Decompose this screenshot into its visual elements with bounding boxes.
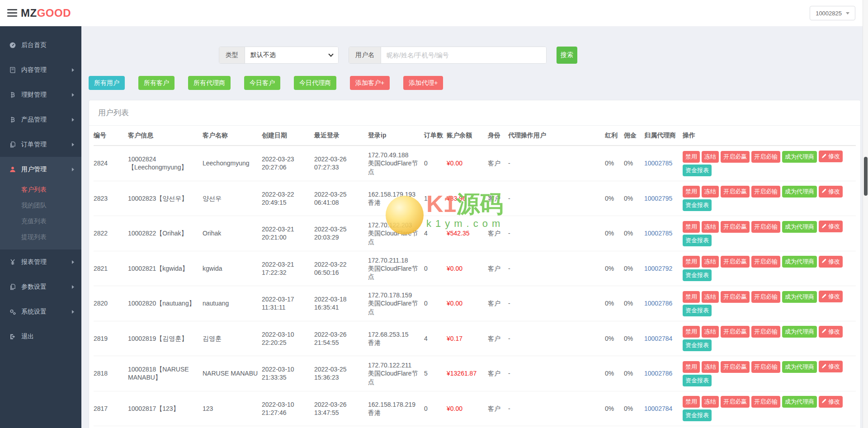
agent-id-link[interactable]: 10002795 bbox=[644, 195, 672, 202]
fund-report-button[interactable]: 资金报表 bbox=[683, 199, 712, 211]
username-input[interactable] bbox=[381, 47, 546, 63]
force-win-button[interactable]: 开启必赢 bbox=[721, 151, 750, 163]
disable-button[interactable]: 禁用 bbox=[683, 326, 700, 338]
sidebar-item-product[interactable]: 产品管理 bbox=[0, 107, 81, 132]
freeze-button[interactable]: 冻结 bbox=[702, 186, 719, 198]
make-agent-button[interactable]: 成为代理商 bbox=[782, 361, 817, 373]
edit-button[interactable]: 修改 bbox=[819, 291, 843, 302]
sidebar-item-dashboard[interactable]: 后台首页 bbox=[0, 33, 81, 57]
fund-report-button[interactable]: 资金报表 bbox=[683, 305, 712, 316]
cell-commission: 0% bbox=[624, 321, 644, 356]
force-win-button[interactable]: 开启必赢 bbox=[721, 186, 750, 198]
disable-button[interactable]: 禁用 bbox=[683, 151, 700, 163]
edit-button[interactable]: 修改 bbox=[819, 151, 843, 162]
agent-id-link[interactable]: 10002784 bbox=[644, 335, 672, 342]
all-users-button[interactable]: 所有用户 bbox=[89, 76, 125, 90]
sidebar-subitem-withdraw-list[interactable]: 提现列表 bbox=[0, 229, 81, 245]
force-lose-button[interactable]: 开启必输 bbox=[751, 361, 780, 373]
fund-report-button[interactable]: 资金报表 bbox=[683, 235, 712, 246]
sidebar-item-system[interactable]: 系统设置 bbox=[0, 299, 81, 324]
cell-actions: 禁用冻结开启必赢开启必输成为代理商修改资金报表 bbox=[683, 216, 856, 251]
freeze-button[interactable]: 冻结 bbox=[702, 326, 719, 338]
make-agent-button[interactable]: 成为代理商 bbox=[782, 256, 817, 268]
edit-button[interactable]: 修改 bbox=[819, 326, 843, 338]
sidebar-item-finance[interactable]: 理财管理 bbox=[0, 82, 81, 107]
force-win-button[interactable]: 开启必赢 bbox=[721, 256, 750, 268]
search-button[interactable]: 搜索 bbox=[557, 47, 577, 64]
edit-button[interactable]: 修改 bbox=[819, 221, 843, 232]
chevron-right-icon bbox=[72, 68, 74, 72]
force-win-button[interactable]: 开启必赢 bbox=[721, 326, 750, 338]
account-dropdown[interactable]: 10002825 bbox=[810, 6, 855, 20]
force-lose-button[interactable]: 开启必输 bbox=[751, 221, 780, 233]
type-select[interactable]: 默认不选 bbox=[245, 47, 338, 63]
force-win-button[interactable]: 开启必赢 bbox=[721, 221, 750, 233]
edit-button[interactable]: 修改 bbox=[819, 256, 843, 268]
disable-button[interactable]: 禁用 bbox=[683, 291, 700, 303]
fund-report-button[interactable]: 资金报表 bbox=[683, 375, 712, 386]
agent-id-link[interactable]: 10002792 bbox=[644, 265, 672, 272]
agent-id-link[interactable]: 10002785 bbox=[644, 160, 672, 167]
force-lose-button[interactable]: 开启必输 bbox=[751, 291, 780, 303]
all-customers-button[interactable]: 所有客户 bbox=[138, 76, 175, 90]
menu-toggle-icon[interactable] bbox=[7, 9, 17, 19]
agent-id-link[interactable]: 10002786 bbox=[644, 300, 672, 307]
sidebar-item-orders[interactable]: 订单管理 bbox=[0, 132, 81, 157]
sidebar-item-reports[interactable]: 报表管理 bbox=[0, 249, 81, 274]
today-customers-button[interactable]: 今日客户 bbox=[244, 76, 280, 90]
ip-location: 美国CloudFlare节点 bbox=[368, 229, 420, 245]
make-agent-button[interactable]: 成为代理商 bbox=[782, 326, 817, 338]
freeze-button[interactable]: 冻结 bbox=[702, 151, 719, 163]
sidebar-item-content[interactable]: 内容管理 bbox=[0, 57, 81, 82]
disable-button[interactable]: 禁用 bbox=[683, 361, 700, 373]
fund-report-button[interactable]: 资金报表 bbox=[683, 165, 712, 176]
edit-button[interactable]: 修改 bbox=[819, 186, 843, 198]
sidebar-subitem-recharge-list[interactable]: 充值列表 bbox=[0, 213, 81, 229]
cell-info: 10002821【kgwida】 bbox=[128, 251, 203, 286]
force-lose-button[interactable]: 开启必输 bbox=[751, 151, 780, 163]
fund-report-button[interactable]: 资金报表 bbox=[683, 339, 712, 351]
make-agent-button[interactable]: 成为代理商 bbox=[782, 221, 817, 233]
agent-id-link[interactable]: 10002786 bbox=[644, 370, 672, 377]
sidebar-subitem-my-team[interactable]: 我的团队 bbox=[0, 198, 81, 213]
all-agents-button[interactable]: 所有代理商 bbox=[188, 76, 231, 90]
force-lose-button[interactable]: 开启必输 bbox=[751, 256, 780, 268]
add-customer-button[interactable]: 添加客户+ bbox=[350, 76, 390, 90]
scrollbar[interactable] bbox=[863, 0, 868, 428]
sidebar-item-logout[interactable]: 退出 bbox=[0, 324, 81, 349]
make-agent-button[interactable]: 成为代理商 bbox=[782, 151, 817, 163]
sidebar-item-params[interactable]: 参数设置 bbox=[0, 274, 81, 299]
add-agent-button[interactable]: 添加代理+ bbox=[403, 76, 443, 90]
disable-button[interactable]: 禁用 bbox=[683, 221, 700, 233]
edit-button[interactable]: 修改 bbox=[819, 361, 843, 372]
sidebar-subitem-customer-list[interactable]: 客户列表 bbox=[0, 182, 81, 198]
sidebar-item-users[interactable]: 用户管理 bbox=[0, 157, 81, 182]
make-agent-button[interactable]: 成为代理商 bbox=[782, 186, 817, 198]
today-agents-button[interactable]: 今日代理商 bbox=[294, 76, 336, 90]
force-lose-button[interactable]: 开启必输 bbox=[751, 186, 780, 198]
freeze-button[interactable]: 冻结 bbox=[702, 361, 719, 373]
ip-address: 172.70.49.188 bbox=[368, 151, 420, 159]
disable-button[interactable]: 禁用 bbox=[683, 396, 700, 408]
freeze-button[interactable]: 冻结 bbox=[702, 396, 719, 408]
freeze-button[interactable]: 冻结 bbox=[702, 221, 719, 233]
freeze-button[interactable]: 冻结 bbox=[702, 256, 719, 268]
scrollbar-thumb[interactable] bbox=[864, 157, 868, 196]
agent-id-link[interactable]: 10002785 bbox=[644, 230, 672, 237]
force-win-button[interactable]: 开启必赢 bbox=[721, 396, 750, 408]
make-agent-button[interactable]: 成为代理商 bbox=[782, 291, 817, 303]
make-agent-button[interactable]: 成为代理商 bbox=[782, 396, 817, 408]
edit-button[interactable]: 修改 bbox=[819, 396, 843, 408]
force-win-button[interactable]: 开启必赢 bbox=[721, 291, 750, 303]
agent-id-link[interactable]: 10002784 bbox=[644, 405, 672, 412]
force-lose-button[interactable]: 开启必输 bbox=[751, 326, 780, 338]
fund-report-button[interactable]: 资金报表 bbox=[683, 409, 712, 421]
disable-button[interactable]: 禁用 bbox=[683, 256, 700, 268]
force-win-button[interactable]: 开启必赢 bbox=[721, 361, 750, 373]
force-lose-button[interactable]: 开启必输 bbox=[751, 396, 780, 408]
cell-name: 梶原正光 bbox=[203, 426, 262, 428]
disable-button[interactable]: 禁用 bbox=[683, 186, 700, 198]
freeze-button[interactable]: 冻结 bbox=[702, 291, 719, 303]
fund-report-button[interactable]: 资金报表 bbox=[683, 269, 712, 281]
logo-mz: MZ bbox=[21, 7, 37, 19]
